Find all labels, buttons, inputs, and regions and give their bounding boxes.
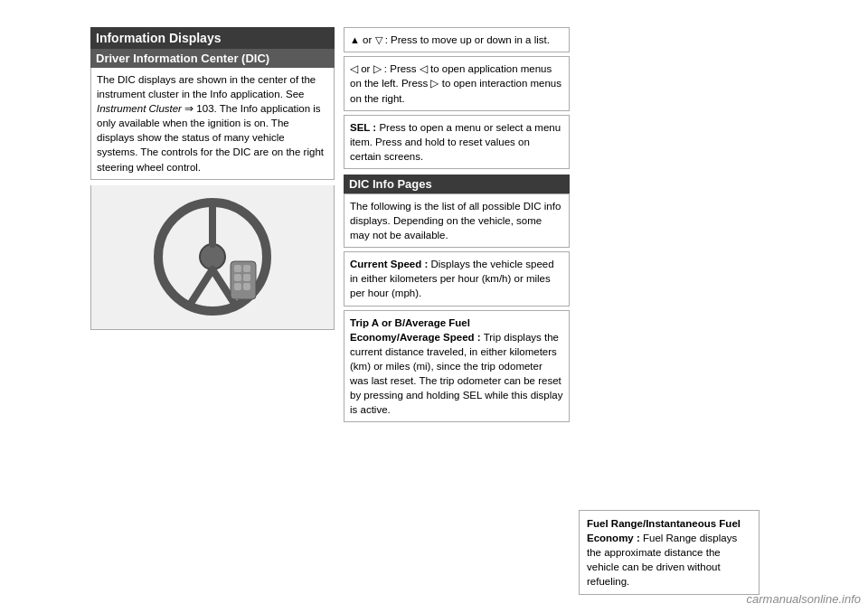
left-right-arrows: ◁ or ▷: [350, 63, 382, 74]
dic-info-description-block: The following is the list of all possibl…: [344, 193, 570, 248]
svg-rect-8: [234, 274, 241, 281]
watermark: carmanualsonline.info: [747, 592, 861, 606]
left-right-block: ◁ or ▷ : Press ◁ to open application men…: [344, 56, 570, 110]
steering-wheel-svg: [145, 189, 280, 325]
content-area: Information Displays Driver Information …: [0, 0, 868, 613]
up-down-block: ▲ or ▽ : Press to move up or down in a l…: [344, 27, 570, 52]
sel-text: SEL : Press to open a menu or select a m…: [350, 120, 563, 164]
current-speed-block: Current Speed : Displays the vehicle spe…: [344, 251, 570, 306]
trip-description: Trip displays the current distance trave…: [350, 332, 562, 415]
svg-point-1: [200, 244, 225, 269]
trip-text: Trip A or B/Average Fuel Economy/Average…: [350, 316, 563, 418]
down-arrow-icon: ▽: [375, 34, 382, 45]
right-column: Fuel Range/Instantaneous Fuel Economy : …: [579, 27, 760, 595]
fuel-range-text: Fuel Range/Instantaneous Fuel Economy : …: [587, 516, 751, 589]
dic-description-block: The DIC displays are shown in the center…: [90, 68, 335, 180]
svg-rect-7: [243, 265, 250, 272]
fuel-range-box: Fuel Range/Instantaneous Fuel Economy : …: [579, 510, 760, 595]
middle-column: ▲ or ▽ : Press to move up or down in a l…: [344, 27, 570, 595]
svg-rect-6: [234, 265, 241, 272]
sel-description: Press to open a menu or select a menu it…: [350, 122, 561, 162]
page-wrapper: Information Displays Driver Information …: [0, 0, 868, 613]
sub-header: Driver Information Center (DIC): [90, 49, 335, 68]
dic-description-text: The DIC displays are shown in the center…: [97, 72, 328, 174]
left-right-text: ◁ or ▷ : Press ◁ to open application men…: [350, 61, 563, 105]
trip-block: Trip A or B/Average Fuel Economy/Average…: [344, 310, 570, 423]
trip-label: Trip A or B/Average Fuel Economy/Average…: [350, 317, 481, 343]
sel-block: SEL : Press to open a menu or select a m…: [344, 115, 570, 169]
dic-info-description: The following is the list of all possibl…: [350, 199, 563, 242]
current-speed-text: Current Speed : Displays the vehicle spe…: [350, 257, 563, 300]
left-column: Information Displays Driver Information …: [90, 27, 335, 595]
current-speed-label: Current Speed :: [350, 259, 428, 269]
dic-info-header: DIC Info Pages: [344, 174, 570, 193]
svg-rect-10: [234, 283, 241, 290]
up-down-label: : Press to move up or down in a list.: [385, 34, 550, 45]
svg-line-3: [190, 269, 212, 305]
svg-rect-9: [243, 274, 250, 281]
main-header: Information Displays: [90, 27, 335, 49]
left-right-description: : Press ◁ to open application menus on t…: [350, 63, 561, 103]
svg-rect-11: [243, 283, 250, 290]
up-arrow-icon: ▲: [350, 34, 360, 45]
steering-wheel-image: [90, 185, 335, 330]
sel-label: SEL :: [350, 122, 376, 133]
up-down-text: ▲ or ▽ : Press to move up or down in a l…: [350, 33, 563, 47]
